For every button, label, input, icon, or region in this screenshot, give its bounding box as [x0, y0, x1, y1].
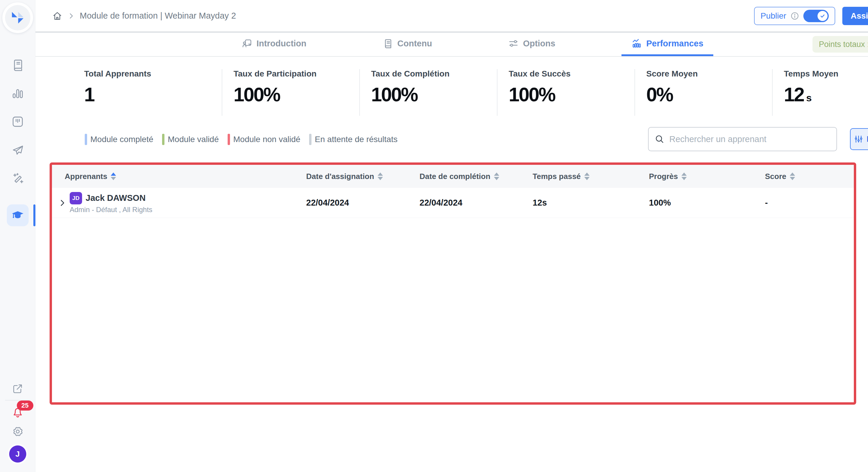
tabs-bar: Introduction Contenu	[35, 32, 868, 57]
topbar: Module de formation | Webinar Mayday 2 P…	[35, 0, 868, 32]
column-label: Date de complétion	[420, 172, 490, 181]
notifications-button[interactable]: 25	[11, 405, 25, 419]
column-label: Progrès	[649, 172, 678, 181]
tab-label: Introduction	[256, 39, 306, 49]
sort-icon[interactable]	[494, 173, 499, 180]
stat-value: 0%	[646, 84, 673, 106]
search-box	[648, 127, 837, 151]
app-logo[interactable]	[2, 2, 33, 33]
chevron-right-icon	[67, 12, 75, 20]
sort-icon[interactable]	[790, 173, 795, 180]
column-label: Apprenants	[65, 172, 107, 181]
column-score[interactable]: Score	[765, 172, 854, 181]
table-row[interactable]: JD Jack DAWSON Admin - Défaut , All Righ…	[52, 188, 854, 218]
magic-wand-icon[interactable]	[11, 172, 24, 185]
column-apprenants[interactable]: Apprenants	[52, 172, 306, 181]
learner-avatar: JD	[70, 192, 82, 204]
active-indicator	[33, 204, 35, 226]
column-label: Date d'assignation	[306, 172, 374, 181]
stat-taux-participation: Taux de Participation 100%	[222, 69, 359, 116]
info-icon[interactable]	[790, 11, 799, 20]
tab-introduction[interactable]: Introduction	[232, 32, 316, 56]
stat-taux-succes: Taux de Succès 100%	[497, 69, 634, 116]
options-icon	[508, 38, 519, 49]
stat-suffix: s	[806, 92, 812, 104]
points-badge: Points totaux : 300	[812, 36, 868, 53]
topbar-actions: Publier	[754, 7, 868, 25]
legend-label: Module completé	[90, 135, 153, 144]
send-icon[interactable]	[11, 144, 24, 156]
tab-contenu[interactable]: Contenu	[373, 32, 442, 56]
performance-chart-icon	[631, 38, 642, 49]
stat-label: Taux de Succès	[509, 69, 634, 79]
toggle-knob	[817, 11, 828, 21]
cell-date-assignation: 22/04/2024	[306, 198, 420, 208]
publish-toggle[interactable]	[803, 10, 829, 22]
legend-module-valide: Module validé	[162, 134, 219, 145]
sidebar-item-training-active[interactable]	[0, 204, 35, 226]
table-header: Apprenants Date d'assignation Date de co…	[52, 165, 854, 188]
search-icon	[655, 134, 664, 144]
legend-label: En attente de résultats	[315, 135, 397, 144]
library-icon[interactable]	[11, 58, 24, 71]
publish-label: Publier	[761, 11, 786, 21]
sort-icon[interactable]	[111, 173, 116, 180]
legend-color-bar	[85, 134, 87, 145]
stat-value: 100%	[234, 84, 280, 106]
legend-color-bar	[309, 134, 311, 145]
cell-date-completion: 22/04/2024	[420, 198, 533, 208]
external-link-icon[interactable]	[12, 383, 24, 394]
sort-icon[interactable]	[378, 173, 383, 180]
filters-button[interactable]: Filtres	[850, 128, 868, 150]
expand-row-icon[interactable]	[58, 199, 67, 207]
cell-temps-passe: 12s	[533, 198, 649, 208]
legend-label: Module validé	[168, 135, 219, 144]
stat-label: Taux de Complétion	[371, 69, 497, 79]
page-title: Module de formation | Webinar Mayday 2	[80, 11, 236, 21]
cell-score: -	[765, 198, 854, 208]
points-label: Points totaux :	[819, 40, 868, 49]
tab-performances[interactable]: Performances	[621, 32, 713, 56]
search-input[interactable]	[669, 135, 831, 144]
publish-control[interactable]: Publier	[754, 7, 835, 25]
introduction-icon	[242, 38, 252, 49]
sort-icon[interactable]	[681, 173, 687, 180]
column-temps-passe[interactable]: Temps passé	[533, 172, 649, 181]
user-avatar[interactable]: J	[9, 445, 26, 463]
learner-subtitle: Admin - Défaut , All Rights	[70, 206, 152, 214]
tab-label: Performances	[646, 39, 703, 49]
stat-taux-completion: Taux de Complétion 100%	[359, 69, 497, 116]
tab-options[interactable]: Options	[498, 32, 565, 56]
stat-label: Taux de Participation	[234, 69, 359, 79]
app-window: 25 J	[0, 0, 868, 472]
sidebar-bottom: 25 J	[5, 383, 30, 463]
legend-module-non-valide: Module non validé	[228, 134, 300, 145]
column-label: Score	[765, 172, 786, 181]
learner-name[interactable]: Jack DAWSON	[86, 193, 146, 203]
stat-value: 12	[784, 84, 804, 106]
stat-label: Score Moyen	[646, 69, 772, 79]
column-date-assignation[interactable]: Date d'assignation	[306, 172, 420, 181]
gear-icon[interactable]	[11, 425, 24, 438]
notification-count-badge: 25	[17, 401, 33, 411]
legend-color-bar	[162, 134, 164, 145]
learner-info: JD Jack DAWSON Admin - Défaut , All Righ…	[70, 192, 152, 214]
assign-button[interactable]: Assigner	[842, 7, 868, 25]
stat-value: 100%	[371, 84, 417, 106]
home-icon[interactable]	[52, 11, 63, 21]
kanban-icon[interactable]	[11, 115, 24, 128]
sidebar: 25 J	[0, 0, 35, 472]
legend-color-bar	[228, 134, 230, 145]
learner-cell: JD Jack DAWSON Admin - Défaut , All Righ…	[52, 192, 306, 214]
breadcrumb: Module de formation | Webinar Mayday 2	[52, 11, 236, 21]
app-logo-mark	[5, 5, 30, 30]
stats-icon[interactable]	[11, 87, 24, 100]
sort-icon[interactable]	[584, 173, 590, 180]
stat-value: 100%	[509, 84, 555, 106]
filters-label: Filtres	[867, 135, 868, 144]
tab-label: Contenu	[397, 39, 432, 49]
column-date-completion[interactable]: Date de complétion	[420, 172, 533, 181]
column-progres[interactable]: Progrès	[649, 172, 765, 181]
status-legend: Module completé Module validé Module non…	[85, 134, 397, 145]
sidebar-nav	[11, 58, 24, 185]
